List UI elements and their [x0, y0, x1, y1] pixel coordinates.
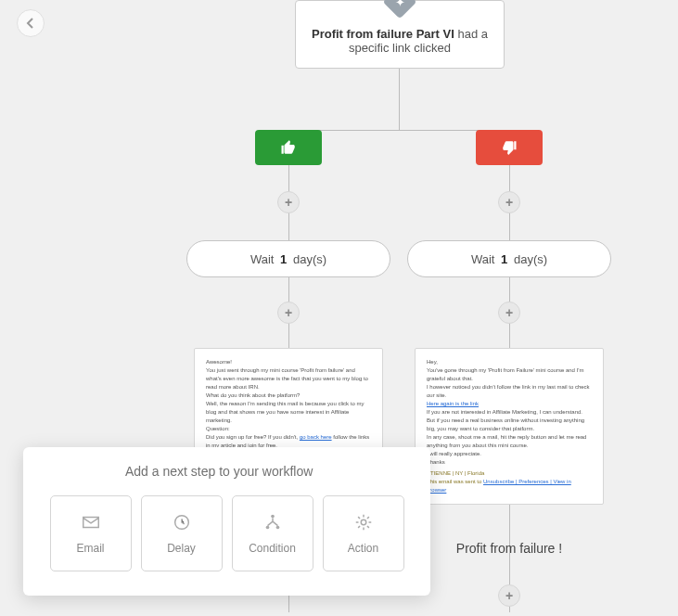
- wait-node-yes[interactable]: Wait 1 day(s): [186, 240, 390, 277]
- thumbs-up-icon: [280, 139, 297, 156]
- wait-text: Wait 1 day(s): [471, 252, 547, 266]
- email-signature: ETIENNE | NY | Florida This email was se…: [427, 469, 592, 494]
- email-line: Awesome!: [206, 358, 371, 366]
- email-line: Here again is the link: [427, 400, 592, 408]
- option-delay[interactable]: Delay: [141, 495, 223, 571]
- connector: [399, 69, 400, 130]
- svg-point-3: [275, 526, 279, 530]
- email-line: If you are not interested in Affiliate M…: [427, 408, 592, 433]
- email-line: Well, the reason I'm sending this mail i…: [206, 400, 371, 425]
- branch-icon: [262, 512, 283, 533]
- popup-title: Add a next step to your workflow: [45, 464, 408, 479]
- gear-icon: [353, 512, 374, 533]
- add-step-popup: Add a next step to your workflow Email D…: [23, 447, 430, 596]
- email-line: I however noticed you didn't follow the …: [427, 383, 592, 400]
- email-line: Thanks: [427, 458, 592, 467]
- add-step-button[interactable]: +: [498, 302, 520, 324]
- trigger-title: Profit from failure Part VI: [312, 27, 454, 41]
- email-line: I will really appreciate.: [427, 450, 592, 458]
- event-icon: ✦: [383, 0, 417, 19]
- clock-icon: [172, 512, 192, 533]
- option-action[interactable]: Action: [323, 495, 404, 571]
- no-branch[interactable]: [476, 130, 543, 165]
- email-line: Hey,: [427, 358, 592, 366]
- thumbs-down-icon: [501, 139, 518, 156]
- email-line: In any case, shoot me a mail, hit the re…: [427, 433, 592, 450]
- add-step-button[interactable]: +: [498, 584, 520, 607]
- trigger-node[interactable]: ✦ Profit from failure Part VI had a spec…: [295, 0, 505, 69]
- email-line: Question:: [206, 425, 371, 433]
- option-email[interactable]: Email: [50, 495, 132, 571]
- email-title-no: Profit from failure !: [415, 541, 604, 556]
- option-label: Action: [348, 542, 378, 555]
- option-label: Delay: [167, 542, 196, 555]
- add-step-button[interactable]: +: [277, 191, 300, 213]
- option-condition[interactable]: Condition: [232, 495, 313, 571]
- add-step-button[interactable]: +: [498, 191, 520, 213]
- add-step-button[interactable]: +: [277, 302, 300, 324]
- option-label: Condition: [249, 542, 296, 555]
- email-node-no[interactable]: Hey, You've gone through my 'Profit from…: [415, 348, 604, 505]
- svg-point-4: [361, 520, 366, 525]
- email-line: You've gone through my 'Profit from Fail…: [427, 366, 592, 383]
- svg-point-2: [265, 526, 269, 530]
- email-icon: [81, 512, 101, 533]
- wait-text: Wait 1 day(s): [250, 252, 326, 266]
- popup-options: Email Delay Condition Action: [45, 495, 408, 571]
- email-node-yes[interactable]: Awesome! You just went through my mini c…: [194, 348, 383, 455]
- email-line: What do you think about the platform?: [206, 391, 371, 400]
- yes-branch[interactable]: [255, 130, 322, 165]
- svg-point-1: [271, 515, 275, 519]
- option-label: Email: [76, 542, 104, 555]
- wait-node-no[interactable]: Wait 1 day(s): [407, 240, 611, 277]
- email-line: You just went through my mini course 'Pr…: [206, 366, 371, 391]
